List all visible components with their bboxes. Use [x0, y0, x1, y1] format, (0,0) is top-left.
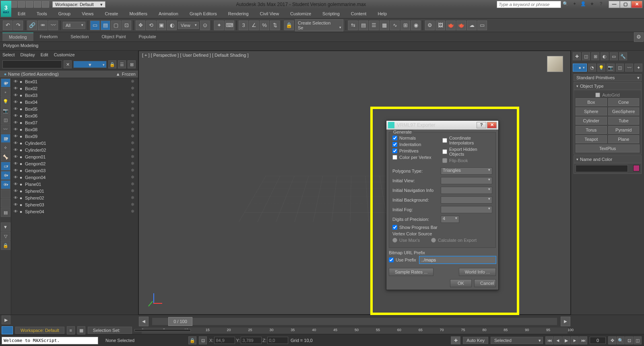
visibility-icon[interactable]: 👁 [13, 107, 19, 111]
material-editor-icon[interactable]: ◉ [411, 21, 421, 30]
visibility-icon[interactable]: 👁 [13, 189, 19, 193]
list-item[interactable]: 👁●Cylinder02❄ [11, 146, 138, 153]
dd-polytype[interactable]: Triangles [441, 167, 492, 175]
list-item[interactable]: 👁●Sphere02❄ [11, 194, 138, 201]
visibility-icon[interactable]: 👁 [13, 154, 19, 159]
list-item[interactable]: 👁●Box09❄ [11, 133, 138, 140]
frozen-icon[interactable]: ❄ [128, 195, 136, 200]
filter-space-icon[interactable]: 〰 [1, 125, 10, 134]
menu-graph-editors[interactable]: Graph Editors [184, 10, 223, 18]
dd-initview[interactable] [441, 177, 492, 184]
isolate-icon[interactable]: ⊡ [199, 336, 207, 344]
menu-scripting[interactable]: Scripting [317, 10, 345, 18]
chk-autogrid[interactable]: AutoGrid [576, 92, 640, 98]
render-setup-icon[interactable]: ⚙ [425, 21, 435, 30]
chk-indentation[interactable]: Indentation [392, 141, 442, 148]
frozen-icon[interactable]: ❄ [128, 93, 136, 98]
col-frozen[interactable]: Frozen [122, 72, 136, 76]
frozen-icon[interactable]: ❄ [128, 127, 136, 132]
visibility-icon[interactable]: 👁 [13, 86, 19, 91]
scene-menu-edit[interactable]: Edit [41, 52, 48, 57]
col-name[interactable]: Name (Sorted Ascending) [8, 72, 116, 76]
lights-cat-icon[interactable]: 💡 [597, 64, 605, 72]
filter-group-icon[interactable]: ▦ [1, 134, 10, 143]
keymode-dropdown[interactable]: Selected [491, 337, 543, 344]
visibility-icon[interactable]: 👁 [13, 141, 19, 145]
view-icon[interactable]: ☰ [118, 60, 126, 68]
window-crossing-icon[interactable]: ⊡ [122, 21, 131, 30]
visibility-icon[interactable]: 👁 [13, 79, 19, 84]
time-slider[interactable]: 0 / 100 [152, 318, 557, 325]
list-item[interactable]: 👁●Box08❄ [11, 126, 138, 133]
list-item[interactable]: 👁●Sphere03❄ [11, 201, 138, 208]
render-icon[interactable]: 🫖 [446, 21, 456, 30]
timeline-expand-icon[interactable]: ▶ [2, 315, 10, 324]
frozen-icon[interactable]: ❄ [128, 120, 136, 125]
ref-coord-dropdown[interactable]: View [178, 22, 199, 29]
chk-normals[interactable]: Normals [392, 135, 442, 141]
search-icon[interactable]: 🔍 [562, 1, 569, 8]
frozen-icon[interactable]: ❄ [128, 147, 136, 152]
list-item[interactable]: 👁●Sphere04❄ [11, 208, 138, 215]
help-search-input[interactable] [497, 1, 561, 8]
visibility-icon[interactable]: 👁 [13, 120, 19, 125]
coord-x[interactable] [214, 337, 235, 344]
modify-tab-icon[interactable]: ◫ [582, 52, 590, 60]
chk-color-per-vertex[interactable]: Color per Vertex [392, 154, 442, 161]
filter-container-icon[interactable]: ▭ [1, 162, 10, 171]
portal-icon[interactable]: ▭ [477, 21, 487, 30]
named-sel-set-dropdown[interactable]: Create Selection Se [295, 19, 343, 31]
menu-tools[interactable]: Tools [31, 10, 53, 18]
prim-cone[interactable]: Cone [608, 98, 640, 106]
ws-opt1-icon[interactable]: ≡ [67, 326, 75, 334]
scene-menu-display[interactable]: Display [21, 52, 35, 57]
ribbon-tab-object-paint[interactable]: Object Paint [95, 33, 132, 41]
prim-torus[interactable]: Torus [576, 126, 607, 134]
btn-cancel[interactable]: Cancel [474, 279, 496, 287]
ribbon-tab-populate[interactable]: Populate [132, 33, 162, 41]
list-item[interactable]: 👁●Box01❄ [11, 78, 138, 85]
autokey-toggle-icon[interactable]: ✚ [451, 336, 460, 344]
filter-icon[interactable]: ▼ [73, 61, 107, 68]
helpers-cat-icon[interactable]: ◫ [616, 64, 624, 72]
filter-blank3-icon[interactable]: ▤ [1, 208, 10, 217]
prev-frame-icon[interactable]: ◄ [554, 336, 562, 344]
menu-civil-view[interactable]: Civil View [254, 10, 285, 18]
input-prefix[interactable] [419, 256, 496, 264]
list-item[interactable]: 👁●Plane01❄ [11, 181, 138, 187]
visibility-icon[interactable]: 👁 [13, 134, 19, 138]
ribbon-tab-freeform[interactable]: Freeform [33, 33, 64, 41]
list-item[interactable]: 👁●Gengon01❄ [11, 153, 138, 160]
list-item[interactable]: 👁●Box07❄ [11, 119, 138, 126]
nav-zoom-icon[interactable]: 🔍 [617, 336, 625, 344]
visibility-icon[interactable]: 👁 [13, 209, 19, 214]
time-ruler[interactable]: 0510152025303540455055606570758085909510… [142, 327, 568, 334]
signin-icon[interactable]: 👤 [580, 1, 586, 8]
filter-bone-icon[interactable]: 🦴 [1, 152, 10, 161]
dialog-close-button[interactable]: ✕ [487, 122, 497, 128]
dd-initnav[interactable] [441, 187, 492, 194]
frozen-icon[interactable]: ❄ [128, 134, 136, 139]
menu-content[interactable]: Content [345, 10, 372, 18]
toggle-ribbon-icon[interactable]: ▦ [380, 21, 389, 30]
timeline-prev-icon[interactable]: ◄ [139, 317, 149, 326]
scale-icon[interactable]: ▣ [157, 21, 166, 30]
prim-box[interactable]: Box [576, 98, 607, 106]
ws-opt2-icon[interactable]: ▦ [77, 326, 85, 334]
menu-group[interactable]: Group [53, 10, 76, 18]
menu-edit[interactable]: Edit [12, 10, 31, 18]
rollout-name-color[interactable]: Name and Color [574, 155, 642, 163]
dd-digits[interactable]: 4 [441, 216, 459, 223]
visibility-icon[interactable]: 👁 [13, 161, 19, 166]
object-list[interactable]: 👁●Box01❄👁●Box02❄👁●Box03❄👁●Box04❄👁●Box05❄… [11, 78, 138, 315]
frozen-icon[interactable]: ❄ [128, 140, 136, 146]
frozen-icon[interactable]: ❄ [128, 202, 136, 207]
render-last-icon[interactable]: 🫖 [456, 21, 466, 30]
autokey-button[interactable]: Auto Key [463, 337, 488, 344]
create-tab-icon[interactable]: ✚ [573, 52, 581, 60]
keyboard-icon[interactable]: ⌨ [225, 21, 234, 30]
prim-teapot[interactable]: Teapot [576, 135, 607, 143]
list-item[interactable]: 👁●Box05❄ [11, 105, 138, 112]
next-frame-icon[interactable]: ► [571, 336, 579, 344]
selection-filter-dropdown[interactable]: All [63, 22, 85, 29]
